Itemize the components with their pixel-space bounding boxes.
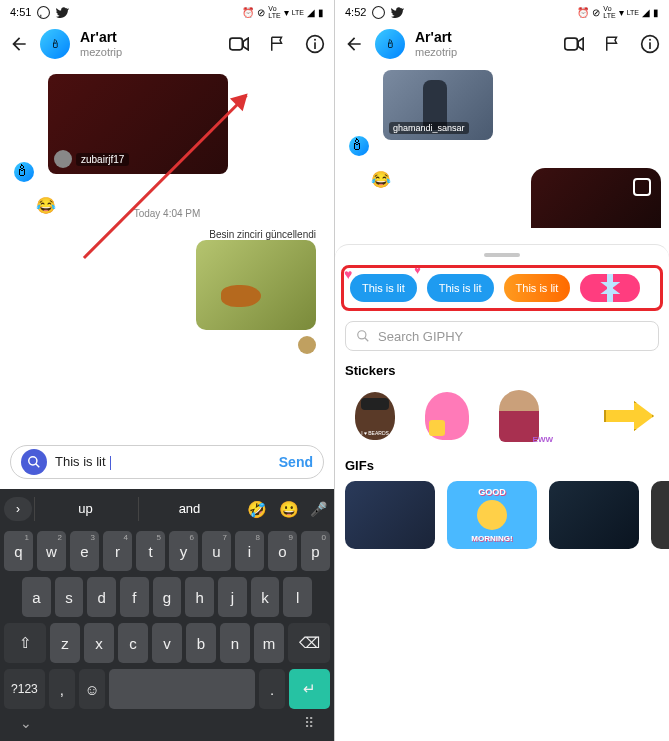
message-input[interactable]: This is lit Send [10, 445, 324, 479]
svg-rect-7 [565, 38, 578, 50]
suggestion-1[interactable]: up [34, 497, 136, 521]
key-p[interactable]: p0 [301, 531, 330, 571]
key-numbers[interactable]: ?123 [4, 669, 45, 709]
story-reply-card[interactable]: zubairjf17 [48, 74, 228, 174]
key-e[interactable]: e3 [70, 531, 99, 571]
key-i[interactable]: i8 [235, 531, 264, 571]
key-emoji[interactable]: ☺ [79, 669, 105, 709]
story-username: zubairjf17 [76, 153, 129, 166]
gifs-row[interactable]: GOOD MORNING! [335, 481, 669, 561]
key-c[interactable]: c [118, 623, 148, 663]
mic-icon[interactable]: 🎤 [306, 501, 330, 517]
sender-avatar[interactable]: 🕯 [14, 162, 34, 182]
sticker-chip-3[interactable]: This is lit [504, 274, 571, 302]
back-icon[interactable] [343, 33, 365, 55]
keyboard-collapse-icon[interactable]: ⌄ [20, 715, 32, 731]
chat-title-block[interactable]: Ar'art mezotrip [415, 30, 553, 57]
key-f[interactable]: f [120, 577, 149, 617]
key-u[interactable]: u7 [202, 531, 231, 571]
sticker-pink-blob[interactable] [417, 386, 477, 446]
stickers-row[interactable] [335, 386, 669, 458]
drag-handle[interactable] [484, 253, 520, 257]
search-placeholder: Search GIPHY [378, 329, 463, 344]
suggestion-expand[interactable]: › [4, 497, 32, 521]
info-icon[interactable] [639, 33, 661, 55]
key-j[interactable]: j [218, 577, 247, 617]
sticker-eww-woman[interactable] [489, 386, 549, 446]
flag-icon[interactable] [601, 33, 623, 55]
reels-message[interactable] [531, 168, 661, 228]
key-a[interactable]: a [22, 577, 51, 617]
key-v[interactable]: v [152, 623, 182, 663]
story-reply-card[interactable]: ghamandi_sansar [383, 70, 493, 140]
key-d[interactable]: d [87, 577, 116, 617]
key-w[interactable]: w2 [37, 531, 66, 571]
message-reaction[interactable]: 😂 [371, 170, 391, 189]
gif-thumb-good-morning[interactable]: GOOD MORNING! [447, 481, 537, 549]
sticker-arrow[interactable] [599, 386, 659, 446]
messages-area[interactable]: zubairjf17 🕯 😂 Today 4:04 PM Besin zinci… [0, 64, 334, 439]
key-dot[interactable]: . [259, 669, 285, 709]
svg-rect-10 [649, 42, 651, 49]
chat-subtitle: mezotrip [80, 46, 218, 58]
flag-icon[interactable] [266, 33, 288, 55]
key-q[interactable]: q1 [4, 531, 33, 571]
key-t[interactable]: t5 [136, 531, 165, 571]
status-bar: 4:52 ⏰ ⊘ VoLTE ▾ LTE ◢ ▮ [335, 0, 669, 24]
gif-message[interactable] [196, 240, 316, 330]
lte-label: LTE [292, 9, 304, 16]
video-icon[interactable] [563, 33, 585, 55]
gif-search-icon[interactable] [21, 449, 47, 475]
key-n[interactable]: n [220, 623, 250, 663]
key-comma[interactable]: , [49, 669, 75, 709]
suggestion-emoji-2[interactable]: 😀 [274, 500, 304, 519]
twitter-icon [391, 6, 404, 19]
messages-area[interactable]: ghamandi_sansar 🕯 😂 [335, 64, 669, 244]
key-g[interactable]: g [153, 577, 182, 617]
search-giphy-input[interactable]: Search GIPHY [345, 321, 659, 351]
section-stickers-title: Stickers [335, 363, 669, 386]
key-h[interactable]: h [185, 577, 214, 617]
send-button[interactable]: Send [279, 454, 313, 470]
key-space[interactable] [109, 669, 255, 709]
svg-point-11 [358, 331, 366, 339]
message-reaction[interactable]: 😂 [36, 196, 56, 215]
keyboard-handle-icon[interactable]: ⠿ [304, 715, 314, 731]
key-x[interactable]: x [84, 623, 114, 663]
input-text: This is lit [55, 454, 271, 470]
video-icon[interactable] [228, 33, 250, 55]
gif-thumb-3[interactable] [549, 481, 639, 549]
key-z[interactable]: z [50, 623, 80, 663]
phone-right: 4:52 ⏰ ⊘ VoLTE ▾ LTE ◢ ▮ 🕯 Ar'art mezotr… [334, 0, 669, 741]
svg-rect-4 [314, 42, 316, 49]
chat-title-block[interactable]: Ar'art mezotrip [80, 30, 218, 57]
key-enter[interactable]: ↵ [289, 669, 330, 709]
chat-avatar[interactable]: 🕯 [375, 29, 405, 59]
suggestion-emoji-1[interactable]: 🤣 [242, 500, 272, 519]
gif-thumb-4[interactable] [651, 481, 669, 549]
key-b[interactable]: b [186, 623, 216, 663]
chat-avatar[interactable]: 🕯 [40, 29, 70, 59]
search-icon [356, 329, 370, 343]
sticker-chip-1[interactable]: This is lit [350, 274, 417, 302]
back-icon[interactable] [8, 33, 30, 55]
battery-icon: ▮ [318, 7, 324, 18]
sender-avatar[interactable]: 🕯 [349, 136, 369, 156]
sticker-chip-2[interactable]: This is lit [427, 274, 494, 302]
key-s[interactable]: s [55, 577, 84, 617]
key-r[interactable]: r4 [103, 531, 132, 571]
sticker-beard[interactable] [345, 386, 405, 446]
suggestion-2[interactable]: and [138, 497, 240, 521]
key-m[interactable]: m [254, 623, 284, 663]
key-shift[interactable]: ⇧ [4, 623, 46, 663]
key-y[interactable]: y6 [169, 531, 198, 571]
key-k[interactable]: k [251, 577, 280, 617]
volte-icon: VoLTE [603, 5, 615, 19]
gif-thumb-1[interactable] [345, 481, 435, 549]
soft-keyboard: › up and 🤣 😀 🎤 q1w2e3r4t5y6u7i8o9p0 asdf… [0, 489, 334, 741]
key-o[interactable]: o9 [268, 531, 297, 571]
info-icon[interactable] [304, 33, 326, 55]
sticker-chip-gift[interactable] [580, 274, 640, 302]
key-l[interactable]: l [283, 577, 312, 617]
key-backspace[interactable]: ⌫ [288, 623, 330, 663]
